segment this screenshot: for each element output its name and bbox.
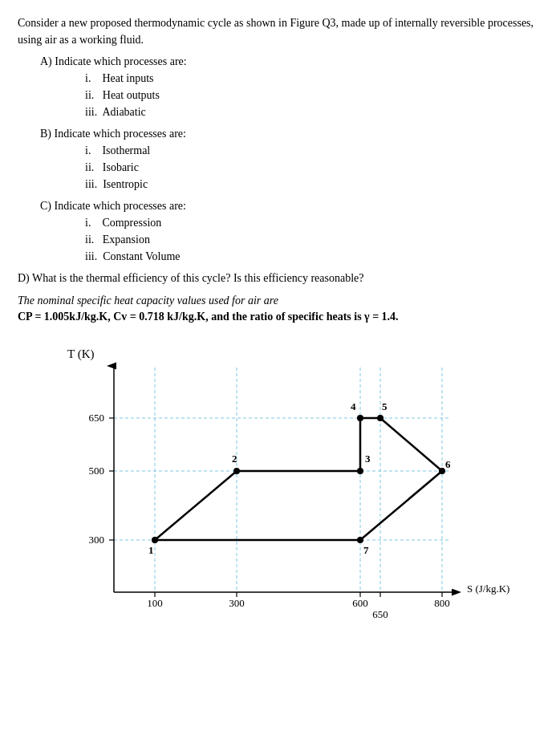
roman-2b: ii. [85, 161, 94, 173]
part-a-item-2: ii. Heat outputs [85, 87, 542, 104]
svg-text:100: 100 [147, 597, 163, 609]
note-bold: CP = 1.005kJ/kg.K, Cv = 0.718 kJ/kg.K, a… [18, 311, 542, 323]
roman-2c: ii. [85, 233, 94, 246]
note-italic-text: The nominal specific heat capacity value… [18, 294, 278, 307]
svg-line-31 [380, 418, 442, 471]
part-c-label: C) Indicate which processes are: [40, 200, 186, 212]
roman-2a: ii. [85, 89, 94, 101]
svg-point-38 [377, 415, 383, 421]
svg-point-36 [357, 468, 363, 474]
part-a-item-1: i. Heat inputs [85, 70, 542, 87]
svg-text:300: 300 [229, 597, 245, 609]
part-b-item-2: ii. Isobaric [85, 159, 542, 176]
svg-line-27 [155, 471, 237, 540]
svg-point-40 [357, 537, 363, 543]
svg-text:S (J/kg.K): S (J/kg.K) [467, 583, 509, 595]
svg-text:650: 650 [89, 412, 105, 424]
part-b-item-1: i. Isothermal [85, 142, 542, 159]
part-b-label: B) Indicate which processes are: [40, 128, 186, 140]
part-c-item-3: iii. Constant Volume [85, 248, 542, 265]
svg-text:300: 300 [89, 534, 105, 546]
part-b: B) Indicate which processes are: i. Isot… [40, 125, 542, 193]
adiabatic-label: Adiabatic [102, 106, 145, 118]
part-b-item-3: iii. Isentropic [85, 176, 542, 193]
note-bold-text: CP = 1.005kJ/kg.K, Cv = 0.718 kJ/kg.K, a… [18, 311, 399, 323]
intro-text: Consider a new proposed thermodynamic cy… [18, 17, 534, 46]
roman-1a: i. [85, 72, 91, 84]
svg-text:1: 1 [148, 544, 154, 556]
svg-point-39 [439, 468, 445, 474]
svg-point-34 [152, 537, 158, 543]
heat-outputs-label: Heat outputs [103, 89, 160, 101]
part-c-item-1: i. Compression [85, 214, 542, 231]
roman-1c: i. [85, 217, 91, 229]
svg-text:650: 650 [372, 608, 388, 620]
svg-text:500: 500 [89, 465, 105, 477]
roman-3c: iii. [85, 250, 97, 262]
constant-volume-label: Constant Volume [103, 250, 180, 262]
svg-text:3: 3 [365, 453, 371, 465]
compression-label: Compression [102, 217, 161, 229]
question-intro: Consider a new proposed thermodynamic cy… [18, 14, 542, 48]
svg-text:6: 6 [445, 458, 451, 470]
svg-point-37 [357, 415, 363, 421]
part-a-item-3: iii. Adiabatic [85, 104, 542, 120]
y-axis-title: T (K) [67, 347, 94, 360]
heat-inputs-label: Heat inputs [102, 72, 153, 84]
part-a: A) Indicate which processes are: i. Heat… [40, 53, 542, 120]
chart-container: T (K) [34, 347, 547, 652]
svg-text:600: 600 [352, 597, 368, 609]
part-c: C) Indicate which processes are: i. Comp… [40, 197, 542, 265]
roman-3a: iii. [85, 106, 97, 118]
part-c-item-2: ii. Expansion [85, 231, 542, 248]
chart-svg: 650 500 300 100 300 600 650 800 S (J/kg.… [82, 359, 547, 648]
note-italic: The nominal specific heat capacity value… [18, 294, 542, 307]
isobaric-label: Isobaric [103, 161, 139, 173]
svg-point-35 [233, 468, 240, 474]
isothermal-label: Isothermal [102, 144, 150, 156]
svg-line-32 [360, 471, 442, 540]
svg-text:5: 5 [382, 400, 388, 412]
svg-text:4: 4 [351, 400, 356, 412]
expansion-label: Expansion [103, 233, 150, 246]
svg-text:2: 2 [232, 453, 237, 465]
svg-text:800: 800 [434, 597, 450, 609]
roman-3b: iii. [85, 178, 97, 190]
svg-text:7: 7 [363, 544, 369, 556]
roman-1b: i. [85, 144, 91, 156]
part-a-label: A) Indicate which processes are: [40, 55, 187, 67]
part-d-text: D) What is the thermal efficiency of thi… [18, 272, 364, 284]
isentropic-label: Isentropic [103, 178, 148, 190]
part-d: D) What is the thermal efficiency of thi… [18, 270, 542, 286]
